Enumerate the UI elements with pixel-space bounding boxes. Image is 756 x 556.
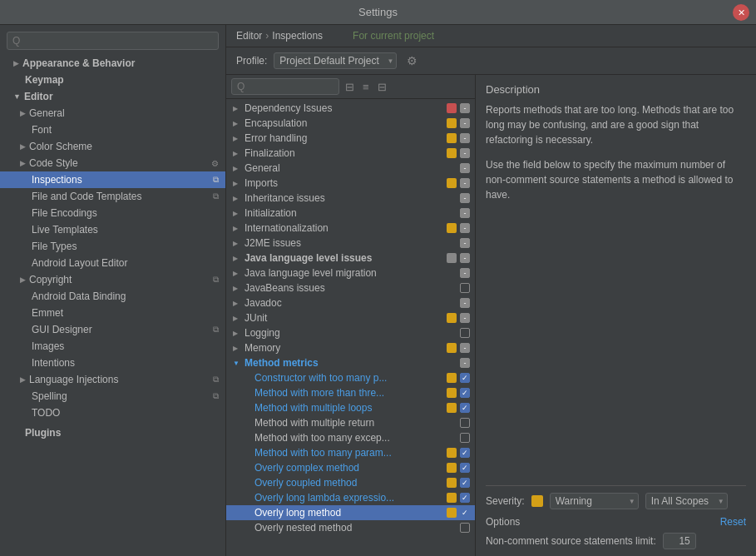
- inspection-item-method-metrics[interactable]: ▼ Method metrics -: [226, 355, 475, 370]
- checkbox[interactable]: ✓: [460, 493, 470, 503]
- inspection-item-java-lang-level[interactable]: ▶ Java language level issues -: [226, 251, 475, 266]
- checkbox[interactable]: [460, 433, 470, 443]
- sidebar-item-editor[interactable]: ▼ Editor: [0, 88, 225, 105]
- scope-select[interactable]: In All Scopes In Tests: [645, 493, 728, 509]
- checkbox[interactable]: -: [460, 238, 470, 248]
- inspection-item-java-lang-mig[interactable]: ▶ Java language level migration -: [226, 266, 475, 280]
- collapse-button[interactable]: ⊟: [375, 79, 389, 95]
- checkbox[interactable]: -: [460, 313, 470, 323]
- inspection-item-dep-issues[interactable]: ▶ Dependency Issues -: [226, 101, 475, 116]
- gear-button[interactable]: ⚙: [403, 52, 421, 69]
- inspection-item-multiple-return[interactable]: Method with multiple return: [226, 415, 475, 430]
- sidebar-item-label: Intentions: [32, 357, 75, 369]
- close-button[interactable]: ✕: [733, 4, 749, 21]
- checkbox[interactable]: -: [460, 208, 470, 218]
- sidebar-item-file-types[interactable]: File Types: [0, 238, 225, 255]
- inspection-item-constructor[interactable]: Constructor with too many p... ✓: [226, 370, 475, 385]
- sidebar-item-todo[interactable]: TODO: [0, 405, 225, 421]
- inspection-item-initialization[interactable]: ▶ Initialization -: [226, 206, 475, 221]
- inspection-item-finalization[interactable]: ▶ Finalization -: [226, 146, 475, 161]
- sidebar-item-emmet[interactable]: Emmet: [0, 305, 225, 321]
- inspection-item-intl[interactable]: ▶ Internationalization -: [226, 221, 475, 236]
- checkbox[interactable]: -: [460, 268, 470, 278]
- checkbox[interactable]: -: [460, 178, 470, 188]
- inspection-item-j2me[interactable]: ▶ J2ME issues -: [226, 236, 475, 251]
- sidebar-item-spelling[interactable]: Spelling ⧉: [0, 388, 225, 405]
- sidebar-item-label: Font: [32, 124, 52, 136]
- checkbox[interactable]: -: [460, 133, 470, 143]
- checkbox[interactable]: ✓: [460, 478, 470, 488]
- sidebar-item-font[interactable]: Font: [0, 122, 225, 138]
- checkbox[interactable]: ✓: [460, 403, 470, 413]
- checkbox[interactable]: -: [460, 343, 470, 353]
- filter-button[interactable]: ⊟: [343, 79, 357, 95]
- sidebar-item-keymap[interactable]: Keymap: [0, 72, 225, 88]
- inspection-item-overly-coupled[interactable]: Overly coupled method ✓: [226, 475, 475, 490]
- sidebar-item-inspections[interactable]: Inspections ⧉: [0, 171, 225, 188]
- sidebar-search-input[interactable]: [7, 32, 219, 50]
- checkbox[interactable]: ✓: [460, 463, 470, 473]
- inspection-item-junit[interactable]: ▶ JUnit -: [226, 310, 475, 325]
- checkbox[interactable]: [460, 328, 470, 338]
- inspection-item-inheritance[interactable]: ▶ Inheritance issues -: [226, 191, 475, 206]
- sort-button[interactable]: ≡: [360, 79, 372, 95]
- checkbox[interactable]: -: [460, 148, 470, 158]
- checkbox[interactable]: -: [460, 298, 470, 308]
- expand-icon: ▶: [233, 135, 241, 142]
- checkbox[interactable]: [460, 523, 470, 533]
- sidebar-item-images[interactable]: Images: [0, 338, 225, 355]
- checkbox[interactable]: -: [460, 253, 470, 263]
- severity-select[interactable]: Warning Error Info Weak Warning: [550, 493, 639, 509]
- sidebar-item-color-scheme[interactable]: ▶ Color Scheme: [0, 138, 225, 155]
- sidebar-item-android-data-binding[interactable]: Android Data Binding: [0, 288, 225, 305]
- inspection-item-overly-complex[interactable]: Overly complex method ✓: [226, 460, 475, 475]
- sidebar-item-intentions[interactable]: Intentions: [0, 355, 225, 371]
- inspection-item-javadoc[interactable]: ▶ Javadoc -: [226, 295, 475, 310]
- sidebar-item-language-injections[interactable]: ▶ Language Injections ⧉: [0, 371, 225, 388]
- main-container: ▶ Appearance & Behavior Keymap ▼ Editor …: [0, 25, 756, 556]
- inspection-item-imports[interactable]: ▶ Imports -: [226, 176, 475, 191]
- inspection-item-overly-nested[interactable]: Overly nested method: [226, 520, 475, 535]
- checkbox[interactable]: -: [460, 193, 470, 203]
- sidebar-item-file-encodings[interactable]: File Encodings: [0, 205, 225, 221]
- inspection-item-multiple-loops[interactable]: Method with multiple loops ✓: [226, 400, 475, 415]
- checkbox[interactable]: ✓: [460, 448, 470, 458]
- inspections-search-input[interactable]: [231, 78, 339, 95]
- checkbox[interactable]: [460, 283, 470, 293]
- inspection-item-memory[interactable]: ▶ Memory -: [226, 340, 475, 355]
- inspection-item-error-handling[interactable]: ▶ Error handling -: [226, 131, 475, 146]
- inspection-item-overly-long-method[interactable]: Overly long method ✓: [226, 505, 475, 520]
- inspection-item-encapsulation[interactable]: ▶ Encapsulation -: [226, 116, 475, 131]
- inspection-item-general[interactable]: ▶ General -: [226, 161, 475, 176]
- options-reset[interactable]: Reset: [720, 516, 746, 528]
- sidebar-item-file-code-templates[interactable]: File and Code Templates ⧉: [0, 188, 225, 205]
- profile-select[interactable]: Project Default Project: [274, 52, 397, 69]
- sidebar-item-general[interactable]: ▶ General: [0, 105, 225, 122]
- inspection-item-too-many-param[interactable]: Method with too many param... ✓: [226, 445, 475, 460]
- inspection-item-logging[interactable]: ▶ Logging: [226, 325, 475, 340]
- checkbox[interactable]: ✓: [460, 373, 470, 383]
- checkbox[interactable]: [460, 418, 470, 428]
- inspection-item-method-three[interactable]: Method with more than thre... ✓: [226, 385, 475, 400]
- checkbox[interactable]: -: [460, 163, 470, 173]
- sidebar-item-gui-designer[interactable]: GUI Designer ⧉: [0, 321, 225, 338]
- inspection-item-javabeans[interactable]: ▶ JavaBeans issues: [226, 280, 475, 295]
- inspection-item-too-many-except[interactable]: Method with too many excep...: [226, 430, 475, 445]
- checkbox[interactable]: -: [460, 223, 470, 233]
- sidebar-item-label: Live Templates: [32, 224, 98, 236]
- checkbox[interactable]: -: [460, 103, 470, 113]
- checkbox[interactable]: -: [460, 358, 470, 368]
- checkbox[interactable]: -: [460, 118, 470, 128]
- sidebar-item-copyright[interactable]: ▶ Copyright ⧉: [0, 271, 225, 288]
- inspection-item-overly-long-lambda[interactable]: Overly long lambda expressio... ✓: [226, 490, 475, 505]
- noncmt-value-input[interactable]: [663, 533, 696, 549]
- sidebar-item-code-style[interactable]: ▶ Code Style ⚙: [0, 155, 225, 171]
- severity-row: Severity: Warning Error Info Weak Warnin…: [486, 493, 746, 509]
- sidebar-item-appearance[interactable]: ▶ Appearance & Behavior: [0, 55, 225, 72]
- checkbox[interactable]: ✓: [460, 388, 470, 398]
- checkbox[interactable]: ✓: [460, 508, 470, 518]
- sidebar-item-live-templates[interactable]: Live Templates: [0, 221, 225, 238]
- for-current-project-link[interactable]: For current project: [353, 30, 434, 42]
- sidebar-item-plugins[interactable]: Plugins: [0, 424, 225, 441]
- sidebar-item-android-layout-editor[interactable]: Android Layout Editor: [0, 255, 225, 271]
